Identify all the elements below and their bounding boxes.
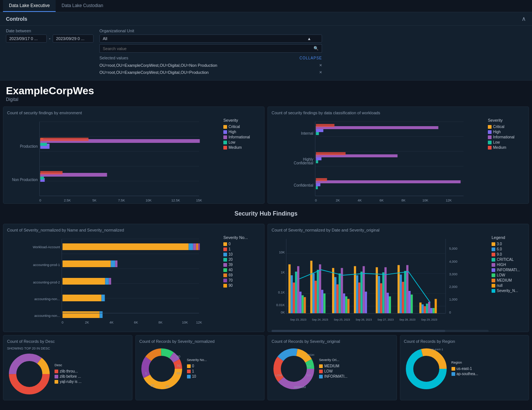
svg-rect-115	[293, 282, 295, 313]
search-input[interactable]	[103, 46, 297, 51]
svg-rect-76	[198, 243, 200, 250]
svg-text:9.0: 9.0	[307, 364, 311, 368]
svg-rect-40	[316, 124, 335, 127]
records-region-donut-container: us-east-1 Region us-east-1 ap-southea...	[404, 347, 525, 391]
sn-39-color	[223, 263, 227, 267]
filter-section: Date between - Organizational Unit All ▲…	[0, 26, 532, 81]
svg-rect-133	[343, 293, 345, 314]
svg-rect-118	[299, 292, 302, 314]
records-region-legend: Region us-east-1 ap-southea...	[451, 361, 489, 377]
svg-rect-150	[400, 275, 402, 314]
classification-chart-svg: Internal Highly Confidential Confidentia…	[272, 118, 485, 203]
svg-rect-121	[310, 261, 312, 314]
svg-text:10K: 10K	[422, 199, 428, 202]
svg-text:Confidential: Confidential	[294, 161, 313, 165]
svg-text:39: 39	[151, 384, 154, 387]
desc-l1: zlib throu...	[55, 369, 92, 373]
remove-value-0-icon[interactable]: ×	[319, 62, 322, 68]
env-legend-title: Severity	[223, 118, 260, 122]
selected-value-row-1: OU=root,OU=ExampleCorpWest,OU=Digital,OU…	[99, 69, 322, 76]
records-sev-orig-svg: HIGH 9.0 3.0 MEDIUM LOW	[272, 347, 316, 391]
svg-rect-41	[316, 132, 319, 135]
sd-6-color	[492, 247, 495, 251]
svg-text:Workload-Account: Workload-Account	[33, 245, 60, 249]
svg-rect-12	[40, 138, 89, 141]
svg-text:Sep 24, 2023: Sep 24, 2023	[312, 318, 328, 321]
tab-data-lake-executive[interactable]: Data Lake Executive	[3, 0, 56, 12]
severity-date-bar-area: 0K 0.01K 0.1K 1K 10K Sep 23, 2023 S	[272, 235, 489, 328]
tabs-bar: Data Lake Executive Data Lake Custodian	[0, 0, 532, 12]
scrollbar-thumb[interactable]	[272, 330, 445, 332]
sn-legend-10: 10	[223, 252, 260, 256]
sd-legend-info: INFORMATI...	[492, 268, 525, 272]
sd-null-color	[492, 284, 495, 288]
env-legend-medium-label: Medium	[229, 145, 242, 150]
svg-text:6K: 6K	[134, 321, 138, 324]
selected-header: Selected values COLLAPSE	[99, 56, 322, 60]
informational-color	[223, 135, 227, 139]
sn-0-label: 0	[229, 242, 231, 246]
top-charts-row: Count of security findings by environmen…	[0, 106, 532, 204]
svg-rect-162	[433, 308, 435, 314]
date-label: Date between	[6, 29, 93, 33]
svg-text:2.5K: 2.5K	[64, 199, 71, 202]
classification-legend-title: Severity	[488, 118, 525, 122]
svg-text:0: 0	[315, 199, 317, 202]
collapse-button[interactable]: COLLAPSE	[299, 56, 322, 60]
svg-text:12K: 12K	[196, 321, 202, 324]
sd-legend-severity-n: Severity_N...	[492, 289, 525, 293]
svg-rect-85	[63, 311, 100, 318]
region-l2-color	[451, 372, 455, 376]
svg-text:Sep 26, 2023: Sep 26, 2023	[356, 318, 372, 321]
date-start-input[interactable]	[6, 35, 47, 43]
tab-data-lake-custodian[interactable]: Data Lake Custodian	[56, 0, 109, 12]
svg-rect-44	[316, 157, 322, 160]
svg-rect-79	[115, 260, 118, 267]
severity-date-chart-title: Count of Severity_normalized by Date and…	[272, 228, 525, 232]
controls-bar: Controls ∧	[0, 12, 532, 26]
svg-rect-144	[380, 283, 382, 313]
sn-0-color	[223, 242, 227, 246]
sn-l1-color	[187, 370, 191, 373]
classification-chart-inner: Internal Highly Confidential Confidentia…	[272, 118, 525, 200]
svg-rect-137	[356, 275, 358, 314]
svg-text:70: 70	[177, 364, 180, 368]
class-legend-info-label: Informational	[493, 135, 515, 139]
so-l2-color	[319, 370, 323, 373]
svg-rect-131	[339, 273, 341, 314]
region-l1: us-east-1	[451, 367, 489, 371]
region-legend-title: Region	[451, 361, 489, 364]
env-legend-critical-label: Critical	[229, 125, 240, 129]
remove-value-1-icon[interactable]: ×	[319, 69, 322, 75]
sd-sev-n-color	[492, 289, 495, 293]
svg-text:LOW: LOW	[275, 374, 282, 377]
svg-rect-45	[316, 152, 346, 155]
records-desc-donut-svg	[7, 352, 52, 396]
sd-low-color	[492, 273, 495, 277]
class-high-color	[488, 130, 492, 134]
records-desc-chart-card: Count of Records by Desc SHOWING TOP 20 …	[3, 335, 132, 400]
classification-chart-card: Count of security findings by data class…	[267, 106, 529, 204]
svg-rect-138	[358, 282, 361, 313]
medium-color	[223, 146, 227, 150]
org-subtitle: Digital	[6, 97, 526, 102]
svg-rect-46	[316, 160, 318, 163]
collapse-icon[interactable]: ∧	[522, 15, 526, 22]
classification-chart-legend: Severity Critical High Informational	[488, 118, 525, 200]
sev-norm-legend-title: Severity No...	[187, 358, 224, 362]
ou-dropdown[interactable]: All ▲	[99, 35, 322, 43]
env-legend-high-label: High	[229, 130, 236, 134]
classification-bar-chart: Internal Highly Confidential Confidentia…	[272, 118, 485, 200]
desc-l3-color	[55, 380, 58, 384]
so-l2: LOW	[319, 369, 356, 373]
severity-date-legend-title: Legend	[492, 235, 525, 240]
svg-rect-17	[40, 171, 63, 174]
sn-legend-1: 1	[223, 247, 260, 251]
svg-rect-74	[193, 243, 196, 250]
svg-text:Sep 25, 2023: Sep 25, 2023	[334, 318, 350, 321]
svg-text:accounting-non...: accounting-non...	[34, 314, 60, 318]
svg-rect-123	[315, 281, 317, 314]
controls-title: Controls	[6, 16, 27, 22]
chart-scrollbar[interactable]	[272, 330, 489, 332]
date-end-input[interactable]	[53, 35, 93, 43]
